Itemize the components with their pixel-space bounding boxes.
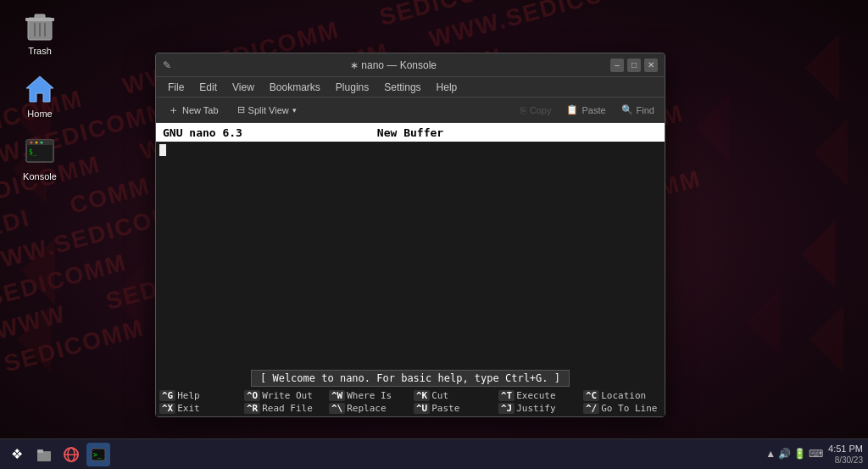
shortcut-label-location: Location	[601, 390, 646, 401]
new-tab-button[interactable]: ＋ New Tab	[161, 101, 225, 120]
split-view-button[interactable]: ⊟ Split View ▾	[231, 103, 303, 117]
nano-content-area[interactable]	[156, 142, 665, 369]
shortcut-label-execute: Execute	[516, 390, 555, 401]
shortcut-label-help: Help	[177, 390, 200, 401]
system-tray: ▲ 🔊 🔋 ⌨	[765, 448, 823, 460]
split-view-icon: ⊟	[237, 104, 245, 115]
svg-rect-26	[37, 449, 43, 453]
nano-version: GNU nano 6.3	[163, 126, 328, 139]
shortcut-paste[interactable]: ^U Paste	[410, 402, 495, 415]
svg-marker-10	[746, 288, 780, 356]
taskbar-left: ❖ >_	[5, 443, 110, 466]
shortcut-label-goto: Go To Line	[601, 403, 657, 414]
svg-marker-3	[17, 305, 51, 373]
shortcut-label-cut: Cut	[431, 390, 448, 401]
shortcut-key-cut: ^K	[414, 390, 430, 401]
desktop-icon-konsole[interactable]: $_ Konsole	[13, 134, 67, 181]
menu-bar: File Edit View Bookmarks Plugins Setting…	[156, 77, 665, 98]
shortcut-read-file[interactable]: ^R Read File	[241, 402, 326, 415]
svg-marker-5	[814, 119, 848, 187]
home-icon	[23, 71, 57, 105]
terminal-button[interactable]: >_	[86, 443, 110, 466]
trash-label: Trash	[28, 46, 52, 56]
shortcut-label-write: Write Out	[262, 390, 313, 401]
shortcut-write-out[interactable]: ^O Write Out	[241, 389, 326, 402]
shortcut-help[interactable]: ^G Help	[156, 389, 241, 402]
copy-icon: ⎘	[520, 105, 526, 115]
date-display: 8/30/23	[828, 455, 863, 466]
svg-rect-13	[25, 18, 54, 21]
split-view-chevron-icon: ▾	[292, 106, 297, 114]
close-button[interactable]: ✕	[644, 59, 658, 72]
shortcut-key-justify: ^J	[498, 403, 515, 414]
svg-marker-8	[695, 93, 729, 161]
shortcut-location[interactable]: ^C Location	[580, 389, 665, 402]
maximize-button[interactable]: □	[627, 59, 641, 72]
menu-view[interactable]: View	[225, 80, 261, 95]
taskbar: ❖ >_	[0, 438, 868, 469]
menu-help[interactable]: Help	[430, 80, 465, 95]
svg-point-21	[31, 142, 33, 144]
network-icon: ▲	[765, 448, 776, 460]
minimize-button[interactable]: –	[610, 59, 624, 72]
konsole-icon: $_	[23, 134, 57, 168]
svg-marker-9	[110, 263, 144, 331]
shortcut-exit[interactable]: ^X Exit	[156, 402, 241, 415]
volume-icon: 🔊	[778, 448, 791, 460]
menu-bookmarks[interactable]: Bookmarks	[263, 80, 327, 95]
svg-marker-2	[21, 237, 55, 305]
nano-status-bar: [ Welcome to nano. For basic help, type …	[156, 369, 665, 388]
shortcut-label-read: Read File	[262, 403, 313, 414]
nano-header-bar: GNU nano 6.3 New Buffer	[156, 123, 665, 142]
file-manager-button[interactable]	[32, 443, 56, 466]
shortcut-key-execute: ^T	[498, 390, 515, 401]
shortcut-label-replace: Replace	[347, 403, 386, 414]
menu-plugins[interactable]: Plugins	[329, 80, 376, 95]
window-controls: – □ ✕	[610, 59, 658, 72]
menu-edit[interactable]: Edit	[192, 80, 224, 95]
shortcut-label-justify: Justify	[516, 403, 555, 414]
shortcut-key-location: ^C	[583, 390, 599, 401]
nano-shortcuts-panel: ^G Help ^O Write Out ^W Where Is ^K Cut	[156, 388, 665, 416]
shortcut-execute[interactable]: ^T Execute	[495, 389, 580, 402]
toolbar: ＋ New Tab ⊟ Split View ▾ ⎘ Copy 📋 Paste …	[156, 98, 665, 123]
find-action[interactable]: 🔍 Find	[616, 103, 659, 117]
desktop-icon-home[interactable]: Home	[13, 71, 67, 119]
konsole-window: ✎ ∗ nano — Konsole – □ ✕ File Edit View …	[155, 53, 665, 417]
window-title: ∗ nano — Konsole	[176, 59, 610, 71]
shortcut-label-exit: Exit	[177, 403, 200, 414]
find-icon: 🔍	[621, 104, 633, 115]
shortcut-justify[interactable]: ^J Justify	[495, 402, 580, 415]
split-view-label: Split View	[248, 105, 289, 115]
svg-text:$_: $_	[29, 148, 37, 156]
svg-marker-7	[810, 305, 843, 373]
menu-settings[interactable]: Settings	[377, 80, 427, 95]
paste-action[interactable]: 📋 Paste	[561, 103, 610, 117]
desktop-icon-trash[interactable]: Trash	[13, 8, 67, 56]
new-tab-icon: ＋	[168, 103, 179, 118]
browser-button[interactable]	[59, 443, 83, 466]
desktop: SEDICOMMWWW.SEDICOMMSEDICOMMWWW WWW.SEDI…	[0, 0, 868, 469]
time-display: 4:51 PM	[828, 443, 863, 455]
shortcut-key-write: ^O	[244, 390, 260, 401]
start-button[interactable]: ❖	[5, 443, 29, 466]
nano-buffer-name: New Buffer	[328, 126, 493, 139]
svg-point-22	[36, 142, 38, 144]
shortcut-where-is[interactable]: ^W Where Is	[326, 389, 410, 402]
shortcut-key-replace: ^\	[329, 403, 345, 414]
shortcut-label-paste: Paste	[431, 403, 459, 414]
shortcut-replace[interactable]: ^\ Replace	[326, 402, 410, 415]
menu-file[interactable]: File	[161, 80, 191, 95]
clock[interactable]: 4:51 PM 8/30/23	[828, 443, 863, 466]
paste-icon: 📋	[566, 104, 578, 115]
shortcut-row-2: ^X Exit ^R Read File ^\ Replace ^U Paste	[156, 402, 665, 415]
shortcut-cut[interactable]: ^K Cut	[410, 389, 495, 402]
shortcut-goto-line[interactable]: ^/ Go To Line	[580, 402, 665, 415]
konsole-title-icon: ✎	[163, 59, 171, 71]
svg-marker-4	[805, 34, 839, 102]
konsole-label: Konsole	[23, 171, 57, 181]
desktop-icons-container: Trash Home $_ K	[13, 8, 67, 181]
shortcut-key-goto: ^/	[583, 403, 599, 414]
svg-text:>_: >_	[93, 451, 102, 459]
copy-action[interactable]: ⎘ Copy	[515, 103, 557, 117]
